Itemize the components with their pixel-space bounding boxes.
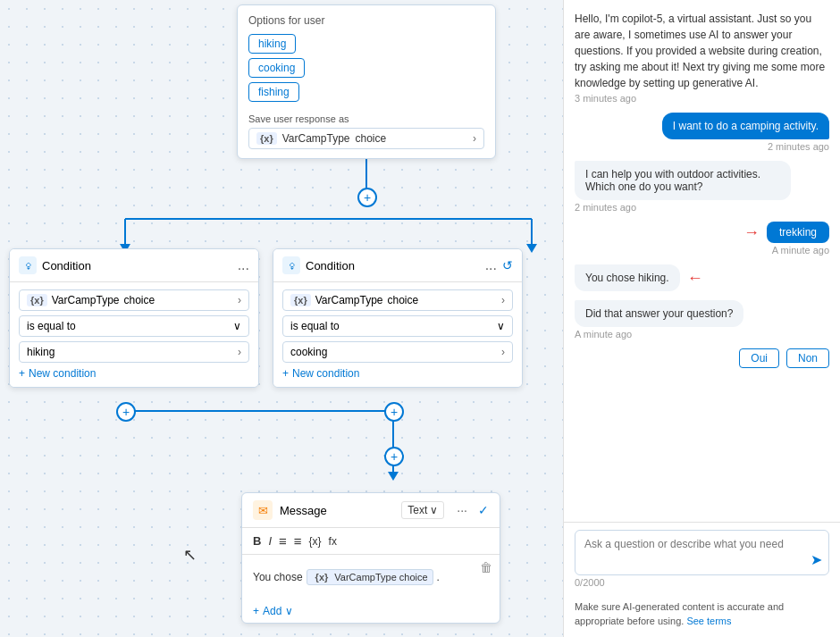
- field-row-var-2[interactable]: {x} VarCampType choice ›: [282, 289, 513, 311]
- condition-header-2: ⧬ Condition ... ↺: [273, 249, 522, 282]
- operator-row-1[interactable]: is equal to ∨: [19, 315, 249, 337]
- no-button[interactable]: Non: [786, 348, 829, 368]
- yes-button[interactable]: Oui: [739, 348, 779, 368]
- chat-intro: Hello, I'm copilot-5, a virtual assistan…: [575, 11, 829, 91]
- svg-marker-5: [526, 244, 537, 253]
- message-title: Message: [280, 504, 394, 517]
- bot-bubble-1: I can help you with outdoor activities. …: [575, 161, 791, 200]
- condition-icon-2: ⧬: [282, 256, 300, 274]
- var-tag-2: {x}: [290, 294, 311, 306]
- italic-btn[interactable]: I: [268, 534, 272, 548]
- plus-button-center[interactable]: +: [384, 447, 404, 466]
- timestamp-1: 3 minutes ago: [575, 93, 636, 104]
- chat-row-trekking: → trekking A minute ago: [575, 222, 829, 256]
- field-row-var-1[interactable]: {x} VarCampType choice ›: [19, 289, 249, 311]
- chat-row-bot1: I can help you with outdoor activities. …: [575, 161, 829, 213]
- plus-button-left[interactable]: +: [116, 402, 136, 422]
- value-label-1: hiking: [27, 346, 55, 358]
- chat-input-area: ➤ 0/2000: [564, 522, 840, 595]
- fx-btn[interactable]: fx: [329, 535, 337, 548]
- timestamp-2: 2 minutes ago: [768, 141, 829, 152]
- message-check: ✓: [478, 503, 489, 517]
- inline-var-name: VarCampType: [334, 572, 397, 583]
- input-wrapper: ➤: [575, 530, 829, 575]
- ordered-list-btn[interactable]: ≡: [294, 533, 302, 549]
- delete-icon[interactable]: 🗑: [480, 560, 492, 574]
- options-title: Options for user: [248, 14, 484, 27]
- condition-title-1: Condition: [42, 259, 232, 272]
- condition-title-2: Condition: [306, 259, 480, 272]
- bot-bubble-3: Did that answer your question?: [575, 300, 743, 327]
- option-hiking[interactable]: hiking: [248, 34, 484, 58]
- chevron-down-add: ∨: [285, 605, 293, 617]
- add-condition-label-1: New condition: [29, 367, 96, 380]
- var-pill[interactable]: {x} VarCampType choice ›: [248, 128, 484, 149]
- condition-card-1: ⧬ Condition ... {x} VarCampType choice ›…: [9, 248, 259, 388]
- condition-card-2: ⧬ Condition ... ↺ {x} VarCampType choice…: [273, 248, 523, 388]
- trekking-button[interactable]: trekking: [767, 222, 829, 243]
- message-dots[interactable]: ···: [457, 503, 467, 517]
- value-row-1[interactable]: hiking ›: [19, 341, 249, 363]
- option-fishing[interactable]: fishing: [248, 82, 299, 102]
- chat-row-bot3: Did that answer your question? A minute …: [575, 300, 829, 339]
- var-btn[interactable]: {x}: [309, 535, 322, 548]
- condition-header-1: ⧬ Condition ...: [10, 249, 258, 282]
- bold-btn[interactable]: B: [253, 534, 261, 548]
- message-header: ✉ Message Text ∨ ··· ✓: [242, 493, 500, 528]
- var-type-2: choice: [388, 294, 419, 306]
- plus-icon-2: +: [282, 367, 289, 380]
- svg-marker-9: [388, 472, 399, 481]
- save-response: Save user response as {x} VarCampType ch…: [248, 113, 484, 149]
- var-name-2: VarCampType: [315, 294, 383, 306]
- clock-icon-2: ↺: [502, 258, 513, 272]
- var-name-1: VarCampType: [52, 294, 120, 306]
- footer-text: Make sure AI-generated content is accura…: [575, 601, 784, 625]
- plus-button-right[interactable]: +: [384, 402, 404, 422]
- timestamp-5: A minute ago: [575, 329, 632, 339]
- chevron-icon-1: ›: [238, 294, 241, 306]
- send-icon[interactable]: ➤: [811, 551, 822, 568]
- canvas-area: Options for user hiking cooking fishing …: [0, 0, 563, 637]
- chat-textarea[interactable]: [584, 538, 796, 565]
- content-prefix: You chose: [253, 571, 303, 583]
- add-btn[interactable]: + Add ∨: [242, 599, 500, 623]
- add-condition-2[interactable]: + New condition: [282, 367, 513, 380]
- text-select[interactable]: Text ∨: [401, 501, 444, 519]
- condition-dots-1[interactable]: ...: [238, 257, 249, 273]
- condition-body-2: {x} VarCampType choice › is equal to ∨ c…: [273, 282, 522, 387]
- char-count: 0/2000: [575, 577, 829, 588]
- var-tag: {x}: [256, 132, 277, 145]
- chat-input-box[interactable]: [575, 530, 829, 575]
- chevron-right-icon: ›: [473, 132, 476, 145]
- footer-link[interactable]: See terms: [686, 616, 731, 626]
- condition-icon-1: ⧬: [19, 256, 37, 274]
- message-body: You chose {x} VarCampType choice . 🗑: [242, 555, 500, 599]
- chat-messages: Hello, I'm copilot-5, a virtual assistan…: [564, 0, 840, 522]
- add-condition-label-2: New condition: [292, 367, 359, 380]
- plus-icon-1: +: [19, 367, 25, 380]
- timestamp-3: 2 minutes ago: [575, 202, 636, 213]
- chevron-icon-2: ›: [501, 294, 505, 306]
- save-label: Save user response as: [248, 113, 484, 124]
- message-card: ✉ Message Text ∨ ··· ✓ B I ≡ ≡ {x} fx Yo…: [241, 492, 500, 624]
- chat-panel: Hello, I'm copilot-5, a virtual assistan…: [563, 0, 840, 637]
- condition-body-1: {x} VarCampType choice › is equal to ∨ h…: [10, 282, 258, 387]
- arrow-left-icon: ←: [687, 269, 703, 288]
- operator-row-2[interactable]: is equal to ∨: [282, 315, 513, 337]
- user-bubble-1: I want to do a camping activity.: [662, 113, 829, 139]
- options-card: Options for user hiking cooking fishing …: [237, 4, 496, 159]
- list-btn[interactable]: ≡: [279, 533, 287, 549]
- condition-dots-2[interactable]: ...: [485, 257, 497, 273]
- operator-label-1: is equal to: [27, 320, 76, 332]
- chat-row-bot2: You chose hiking. ←: [575, 264, 829, 291]
- plus-button-top[interactable]: +: [357, 188, 377, 207]
- add-condition-1[interactable]: + New condition: [19, 367, 249, 380]
- inline-var-tag: {x}: [312, 571, 332, 583]
- option-cooking[interactable]: cooking: [248, 58, 305, 78]
- value-row-2[interactable]: cooking ›: [282, 341, 513, 363]
- timestamp-4: A minute ago: [772, 245, 829, 256]
- var-type: choice: [356, 132, 387, 145]
- chat-footer: Make sure AI-generated content is accura…: [564, 595, 840, 637]
- yesno-row: Oui Non: [739, 348, 829, 368]
- value-label-2: cooking: [290, 346, 327, 358]
